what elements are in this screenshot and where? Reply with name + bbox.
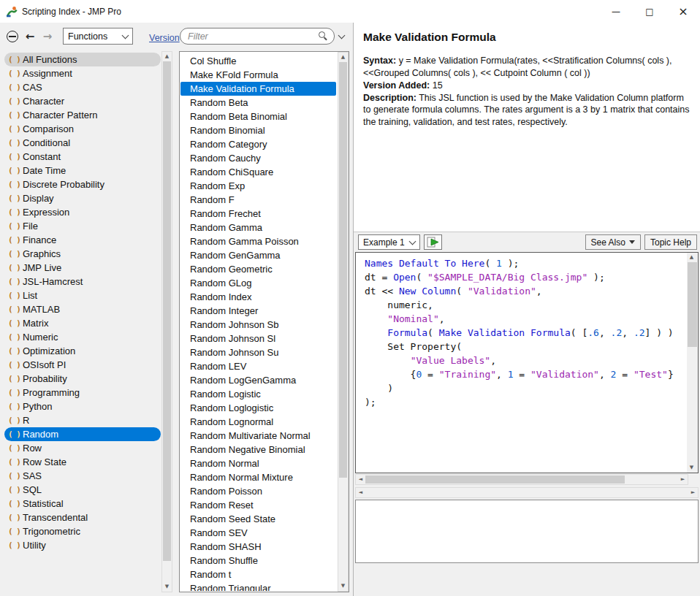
function-item[interactable]: Random SEV <box>180 526 336 540</box>
scroll-down-icon[interactable]: ▼ <box>687 463 696 473</box>
function-item[interactable]: Random Beta Binomial <box>180 110 336 123</box>
back-button[interactable]: ← <box>22 28 38 45</box>
scrollbar-thumb[interactable] <box>339 62 347 478</box>
category-item[interactable]: ( )Trigonometric <box>4 524 161 538</box>
category-item[interactable]: ( )R <box>4 413 161 427</box>
category-item[interactable]: ( )Row State <box>4 455 161 469</box>
forward-button[interactable]: → <box>39 28 56 45</box>
category-item[interactable]: ( )Conditional <box>4 136 161 150</box>
category-item[interactable]: ( )JSL-Hamcrest <box>4 275 161 289</box>
category-item[interactable]: ( )SAS <box>4 469 161 483</box>
category-item[interactable]: ( )Graphics <box>4 247 161 261</box>
category-item[interactable]: ( )Row <box>4 441 161 455</box>
code-hscrollbar[interactable]: ◄ ► <box>355 474 688 485</box>
category-item[interactable]: ( )MATLAB <box>4 302 161 316</box>
category-item[interactable]: ( )CAS <box>4 80 161 94</box>
category-item[interactable]: ( )Transcendental <box>4 511 161 524</box>
function-item[interactable]: Random Beta <box>180 96 336 110</box>
run-script-button[interactable] <box>424 234 442 250</box>
function-item[interactable]: Random Exp <box>180 179 336 193</box>
code-editor[interactable]: Names Default To Here( 1 );dt = Open( "$… <box>365 256 685 471</box>
scrollbar-track[interactable] <box>687 262 698 463</box>
function-item[interactable]: Random Frechet <box>180 207 336 221</box>
function-item[interactable]: Random Lognormal <box>180 415 336 429</box>
scrollbar-thumb[interactable] <box>688 262 697 347</box>
category-item[interactable]: ( )List <box>4 289 161 302</box>
category-item[interactable]: ( )Character Pattern <box>4 108 161 122</box>
code-scrollbar[interactable]: ▲ ▼ <box>687 253 698 473</box>
category-item[interactable]: ( )SQL <box>4 483 161 497</box>
category-item[interactable]: ( )Display <box>4 191 161 205</box>
version-link[interactable]: Version <box>149 33 180 43</box>
function-item[interactable]: Random Triangular <box>180 581 336 591</box>
function-item[interactable]: Random Logistic <box>180 387 336 401</box>
category-item[interactable]: ( )Matrix <box>4 316 161 330</box>
scrollbar-track[interactable] <box>365 488 688 497</box>
function-item[interactable]: Random Cauchy <box>180 151 336 165</box>
category-item[interactable]: ( )Random <box>4 427 161 441</box>
function-item[interactable]: Random Gamma <box>180 221 336 234</box>
function-item[interactable]: Random Multivariate Normal <box>180 429 336 443</box>
maximize-button[interactable]: □ <box>633 0 666 23</box>
scroll-right-icon[interactable]: ► <box>688 488 698 497</box>
function-item[interactable]: Random Gamma Poisson <box>180 234 336 248</box>
function-item[interactable]: Random Negative Binomial <box>180 443 336 456</box>
category-item[interactable]: ( )Probability <box>4 372 161 386</box>
category-item[interactable]: ( )File <box>4 219 161 233</box>
category-item[interactable]: ( )Numeric <box>4 330 161 344</box>
scroll-down-icon[interactable]: ▼ <box>338 581 348 591</box>
category-item[interactable]: ( )Assignment <box>4 66 161 80</box>
function-item[interactable]: Random Johnson Su <box>180 345 336 359</box>
function-item[interactable]: Random Seed State <box>180 512 336 526</box>
scroll-right-icon[interactable]: ► <box>678 475 688 484</box>
function-item[interactable]: Random Loglogistic <box>180 401 336 415</box>
function-item[interactable]: Random Johnson Sb <box>180 318 336 332</box>
function-item[interactable]: Random GLog <box>180 276 336 290</box>
function-item[interactable]: Random F <box>180 193 336 207</box>
function-item[interactable]: Random SHASH <box>180 540 336 554</box>
function-item[interactable]: Random Johnson Sl <box>180 332 336 345</box>
category-type-dropdown[interactable]: Functions <box>63 28 133 45</box>
functions-scrollbar[interactable]: ▲ ▼ <box>338 52 349 592</box>
scrollbar-track[interactable] <box>338 62 348 581</box>
function-item[interactable]: Random Normal Mixture <box>180 470 336 484</box>
collapse-categories-button[interactable] <box>4 28 20 45</box>
category-item[interactable]: ( )All Functions <box>4 53 161 66</box>
function-item[interactable]: Random t <box>180 568 336 581</box>
category-item[interactable]: ( )Optimization <box>4 344 161 358</box>
scroll-down-icon[interactable]: ▼ <box>162 582 172 592</box>
category-scrollbar[interactable]: ▲ ▼ <box>161 51 172 592</box>
category-item[interactable]: ( )Statistical <box>4 497 161 511</box>
category-item[interactable]: ( )Programming <box>4 386 161 400</box>
function-item[interactable]: Random Shuffle <box>180 554 336 568</box>
category-item[interactable]: ( )Constant <box>4 150 161 164</box>
topic-help-button[interactable]: Topic Help <box>644 234 697 250</box>
scroll-left-icon[interactable]: ◄ <box>356 475 365 484</box>
function-item[interactable]: Random Category <box>180 137 336 151</box>
filter-options-button[interactable] <box>336 28 346 45</box>
category-item[interactable]: ( )JMP Live <box>4 261 161 275</box>
function-item[interactable]: Make KFold Formula <box>180 68 336 82</box>
function-item[interactable]: Random Normal <box>180 456 336 470</box>
scroll-up-icon[interactable]: ▲ <box>162 52 172 61</box>
function-item[interactable]: Random Geometric <box>180 262 336 276</box>
scroll-up-icon[interactable]: ▲ <box>687 253 696 262</box>
scrollbar-thumb[interactable] <box>365 475 625 484</box>
function-item[interactable]: Random LEV <box>180 359 336 373</box>
function-item[interactable]: Random Reset <box>180 498 336 512</box>
category-item[interactable]: ( )Finance <box>4 233 161 247</box>
function-item[interactable]: Make Validation Formula <box>180 82 336 96</box>
close-button[interactable]: × <box>666 0 700 23</box>
function-item[interactable]: Col Shuffle <box>180 54 336 68</box>
scroll-up-icon[interactable]: ▲ <box>338 53 348 62</box>
function-item[interactable]: Random Poisson <box>180 484 336 498</box>
output-hscrollbar[interactable]: ◄ ► <box>355 487 699 498</box>
category-item[interactable]: ( )Expression <box>4 205 161 219</box>
filter-input[interactable] <box>186 31 319 42</box>
function-item[interactable]: Random GenGamma <box>180 248 336 262</box>
function-item[interactable]: Random LogGenGamma <box>180 373 336 387</box>
category-item[interactable]: ( )Comparison <box>4 122 161 136</box>
minimize-button[interactable]: — <box>599 0 633 23</box>
category-item[interactable]: ( )Character <box>4 94 161 108</box>
function-item[interactable]: Random ChiSquare <box>180 165 336 179</box>
